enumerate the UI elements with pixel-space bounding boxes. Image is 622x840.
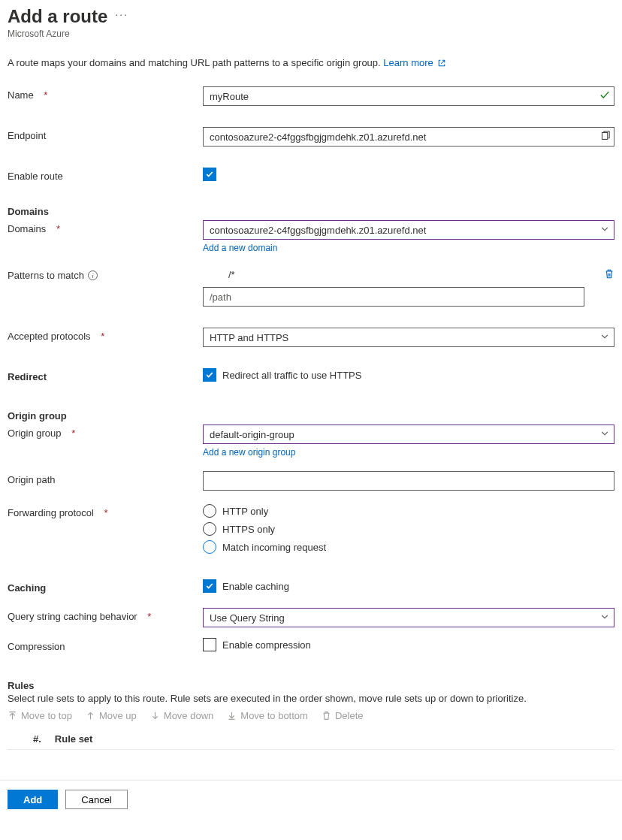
enable-route-checkbox[interactable]: [203, 168, 216, 181]
chevron-down-icon: [600, 225, 609, 236]
fp-match-option[interactable]: Match incoming request: [203, 540, 614, 554]
forwarding-protocol-label: Forwarding protocol: [8, 507, 94, 518]
query-string-label: Query string caching behavior: [8, 611, 137, 622]
compression-label: Compression: [8, 641, 65, 652]
more-menu-icon[interactable]: ···: [115, 8, 128, 25]
move-to-top-button[interactable]: Move to top: [8, 710, 72, 721]
origin-group-label: Origin group: [8, 428, 62, 439]
endpoint-label: Endpoint: [8, 130, 46, 141]
learn-more-link[interactable]: Learn more: [383, 57, 446, 68]
redirect-https-option[interactable]: Redirect all traffic to use HTTPS: [203, 368, 614, 382]
info-icon[interactable]: i: [88, 270, 98, 280]
enable-caching-option[interactable]: Enable caching: [203, 579, 614, 593]
fp-http-radio[interactable]: [203, 504, 216, 518]
origin-group-select[interactable]: default-origin-group: [203, 425, 614, 444]
intro-text: A route maps your domains and matching U…: [8, 57, 614, 68]
enable-route-label: Enable route: [8, 171, 63, 182]
chevron-down-icon: [600, 429, 609, 440]
patterns-label: Patterns to match: [8, 270, 84, 281]
redirect-section-label: Redirect: [8, 368, 203, 382]
name-label: Name: [8, 89, 34, 101]
pattern-item: /*: [203, 267, 596, 283]
name-input[interactable]: [203, 86, 614, 106]
rules-table-header: #. Rule set: [8, 729, 614, 750]
add-new-domain-link[interactable]: Add a new domain: [203, 243, 277, 253]
domains-label: Domains: [8, 223, 46, 234]
fp-match-radio[interactable]: [203, 540, 216, 554]
arrow-down-bar-icon: [227, 711, 237, 721]
fp-http-option[interactable]: HTTP only: [203, 504, 614, 518]
arrow-up-icon: [86, 711, 95, 721]
fp-https-option[interactable]: HTTPS only: [203, 522, 614, 536]
delete-button[interactable]: Delete: [322, 710, 364, 721]
origin-group-section-label: Origin group: [8, 407, 203, 422]
enable-compression-option[interactable]: Enable compression: [203, 638, 614, 651]
external-link-icon: [437, 59, 446, 68]
enable-compression-checkbox[interactable]: [203, 638, 216, 651]
accepted-protocols-label: Accepted protocols: [8, 331, 91, 342]
pattern-input[interactable]: [203, 287, 584, 307]
delete-icon[interactable]: [604, 268, 614, 282]
move-down-button[interactable]: Move down: [150, 710, 213, 721]
move-to-bottom-button[interactable]: Move to bottom: [227, 710, 308, 721]
trash-icon: [322, 711, 331, 721]
domains-section-label: Domains: [8, 203, 203, 217]
endpoint-input: [203, 127, 614, 147]
query-string-select[interactable]: Use Query String: [203, 608, 614, 627]
rules-description: Select rule sets to apply to this route.…: [8, 693, 614, 704]
add-button[interactable]: Add: [8, 790, 58, 809]
chevron-down-icon: [600, 332, 609, 343]
move-up-button[interactable]: Move up: [86, 710, 137, 721]
caching-section-label: Caching: [8, 579, 203, 594]
fp-https-radio[interactable]: [203, 522, 216, 536]
page-title: Add a route: [8, 6, 107, 27]
accepted-protocols-select[interactable]: HTTP and HTTPS: [203, 328, 614, 347]
redirect-https-label: Redirect all traffic to use HTTPS: [222, 370, 361, 381]
rules-section-label: Rules: [8, 677, 34, 691]
origin-path-label: Origin path: [8, 474, 56, 485]
copy-icon[interactable]: [600, 131, 610, 143]
redirect-https-checkbox[interactable]: [203, 368, 216, 382]
arrow-up-bar-icon: [8, 711, 17, 721]
domains-select[interactable]: contosoazure2-c4fggsfbgjgmdehk.z01.azure…: [203, 220, 614, 240]
chevron-down-icon: [600, 612, 609, 624]
arrow-down-icon: [150, 711, 160, 721]
add-new-origin-group-link[interactable]: Add a new origin group: [203, 447, 295, 458]
origin-path-input[interactable]: [203, 471, 614, 491]
svg-rect-0: [602, 132, 607, 139]
page-subtitle: Microsoft Azure: [8, 29, 614, 39]
enable-caching-checkbox[interactable]: [203, 579, 216, 593]
cancel-button[interactable]: Cancel: [65, 790, 127, 809]
